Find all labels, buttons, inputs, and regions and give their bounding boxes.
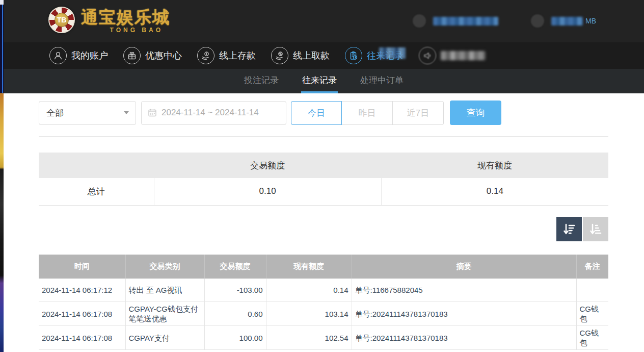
user-icon (49, 47, 67, 64)
top-header: TB 通宝娱乐城 TONG BAO MB (4, 0, 644, 42)
deposit-icon (197, 47, 214, 64)
col-summary: 摘要 (352, 255, 576, 279)
user-bar: MB (413, 14, 596, 28)
cell-time: 2024-11-14 06:17:08 (39, 302, 125, 326)
table-row: 2024-11-14 06:17:08 CGPAY-CG钱包支付笔笔送优惠 0.… (39, 302, 608, 326)
cell-balance: 103.14 (266, 302, 352, 326)
sort-ascending-icon (588, 221, 603, 237)
brand-name-en: TONG BAO (110, 27, 170, 34)
main-nav: 我的账户 优惠中心 线上存款 线上取款 往来记录 (4, 42, 644, 69)
wallet-icon[interactable] (531, 14, 544, 28)
tab-pending-orders[interactable]: 处理中订单 (359, 69, 405, 93)
site-logo[interactable]: TB 通宝娱乐城 TONG BAO (48, 6, 170, 34)
chevron-down-icon (124, 111, 129, 114)
type-select-value: 全部 (46, 107, 64, 119)
casino-chip-icon: TB (48, 7, 75, 33)
summary-total-label: 总计 (39, 178, 154, 205)
col-note: 备注 (576, 255, 608, 279)
announcement-icon (419, 47, 436, 64)
today-button[interactable]: 今日 (291, 101, 342, 125)
cell-summary: 单号:116675882045 (352, 279, 576, 302)
cell-amount: 100.00 (204, 326, 266, 350)
col-balance: 现有额度 (266, 255, 352, 279)
cell-time: 2024-11-14 06:17:12 (39, 279, 125, 302)
last7days-button[interactable]: 近7日 (393, 101, 444, 125)
cell-type: CGPAY-CG钱包支付笔笔送优惠 (125, 302, 204, 326)
cell-note (576, 279, 608, 302)
cell-balance: 102.54 (266, 326, 352, 350)
nav-label-blurred (441, 51, 486, 60)
sort-controls (39, 217, 608, 241)
summary-header-amount: 交易额度 (154, 153, 381, 178)
cell-summary: 单号:202411143781370183 (352, 302, 576, 326)
col-type: 交易类别 (125, 255, 204, 279)
col-amount: 交易额度 (204, 255, 266, 279)
summary-header-blank (39, 153, 154, 178)
nav-label: 我的账户 (71, 49, 108, 62)
tab-transaction-records[interactable]: 往来记录 (301, 69, 338, 93)
nav-item-my-account[interactable]: 我的账户 (49, 47, 108, 64)
section-divider (39, 136, 608, 137)
summary-total-row: 总计 0.10 0.14 (39, 178, 608, 205)
record-tabs: 投注记录 往来记录 处理中订单 (4, 69, 644, 93)
cell-time: 2024-11-14 06:17:08 (39, 326, 125, 350)
col-time: 时间 (39, 255, 125, 279)
content-area: 全部 2024-11-14 ~ 2024-11-14 今日 昨日 近7日 查询 (4, 93, 644, 352)
username-blurred (433, 17, 498, 26)
nav-label: 线上存款 (219, 49, 256, 62)
yesterday-button[interactable]: 昨日 (342, 101, 393, 125)
summary-total-balance: 0.14 (381, 178, 608, 205)
gift-icon (123, 47, 141, 64)
nav-item-withdraw[interactable]: 线上取款 (271, 47, 330, 64)
table-header-row: 时间 交易类别 交易额度 现有额度 摘要 备注 (39, 255, 608, 279)
cell-type: 转出 至 AG视讯 (125, 279, 204, 302)
filter-row: 全部 2024-11-14 ~ 2024-11-14 今日 昨日 近7日 查询 (39, 100, 608, 125)
cell-type: CGPAY支付 (125, 326, 204, 350)
summary-table: 交易额度 现有额度 总计 0.10 0.14 (39, 153, 608, 206)
nav-item-records[interactable]: 往来记录 (345, 47, 404, 64)
nav-item-promotions[interactable]: 优惠中心 (123, 47, 182, 64)
withdraw-icon (271, 47, 288, 64)
transactions-table: 时间 交易类别 交易额度 现有额度 摘要 备注 2024-11-14 06:17… (39, 255, 608, 350)
table-row: 2024-11-14 06:17:12 转出 至 AG视讯 -103.00 0.… (39, 279, 608, 302)
cell-amount: 0.60 (204, 302, 266, 326)
date-range-input[interactable]: 2024-11-14 ~ 2024-11-14 (141, 101, 286, 125)
calendar-icon (148, 108, 157, 117)
page: TB 通宝娱乐城 TONG BAO MB 我的账户 (4, 0, 644, 352)
cell-balance: 0.14 (266, 279, 352, 302)
sort-ascending-button[interactable] (583, 217, 608, 241)
quick-range-group: 今日 昨日 近7日 (291, 101, 444, 125)
nav-item-deposit[interactable]: 线上存款 (197, 47, 256, 64)
sort-descending-button[interactable] (556, 217, 582, 241)
balance-unit: MB (585, 17, 596, 25)
records-icon (345, 47, 362, 64)
cell-summary: 单号:202411143781370183 (352, 326, 576, 350)
balance-blurred (551, 17, 583, 26)
summary-header-row: 交易额度 现有额度 (39, 153, 608, 178)
summary-total-amount: 0.10 (154, 178, 381, 205)
brand-name-cn: 通宝娱乐城 (81, 6, 170, 29)
nav-label: 线上取款 (293, 49, 330, 62)
cell-amount: -103.00 (204, 279, 266, 302)
sort-descending-icon (561, 221, 577, 237)
table-row: 2024-11-14 06:17:08 CGPAY支付 100.00 102.5… (39, 326, 608, 350)
nav-item-announcements-blurred[interactable] (419, 47, 486, 64)
chip-tb-monogram: TB (55, 13, 69, 27)
cell-note: CG钱包 (576, 302, 608, 326)
privacy-blur-patch (379, 47, 406, 59)
date-range-value: 2024-11-14 ~ 2024-11-14 (162, 108, 259, 118)
search-button[interactable]: 查询 (450, 100, 501, 125)
user-avatar-icon[interactable] (413, 14, 426, 28)
cell-note: CG钱包 (576, 326, 608, 350)
type-select[interactable]: 全部 (39, 101, 136, 125)
desktop-background-strip (0, 0, 4, 352)
tab-bet-records[interactable]: 投注记录 (243, 69, 280, 93)
nav-label: 优惠中心 (145, 49, 182, 62)
summary-header-balance: 现有额度 (381, 153, 608, 178)
